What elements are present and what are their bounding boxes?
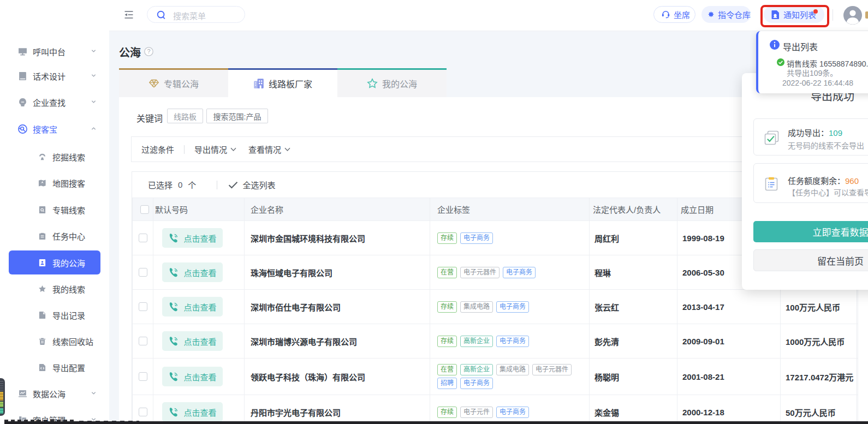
svg-text:?: ? [147, 48, 150, 55]
